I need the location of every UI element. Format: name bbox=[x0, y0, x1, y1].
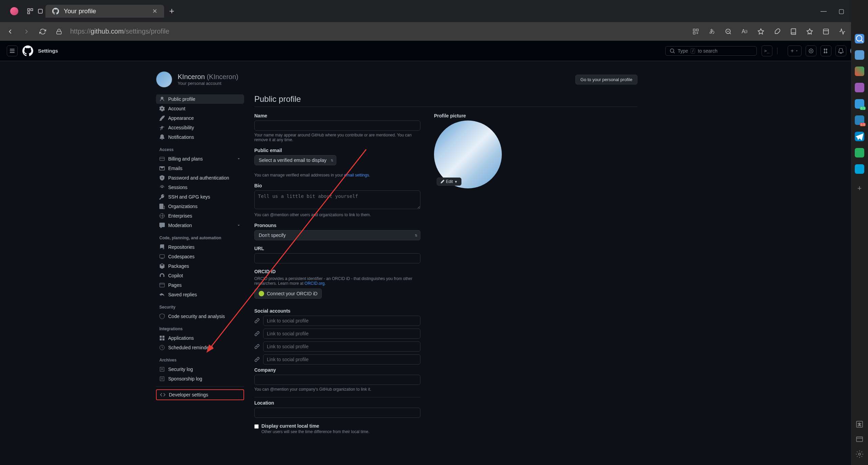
sidebar-app-6[interactable]: 0.5 bbox=[855, 115, 864, 125]
sidebar-item-applications[interactable]: Applications bbox=[156, 333, 244, 343]
sidebar-item-security-log[interactable]: Security log bbox=[156, 365, 244, 374]
browser-essentials-icon[interactable] bbox=[822, 26, 830, 37]
url-input[interactable] bbox=[254, 253, 420, 263]
sidebar-item-copilot[interactable]: Copilot bbox=[156, 271, 244, 280]
sidebar-app-2[interactable] bbox=[855, 50, 864, 60]
sidebar-item-enterprises[interactable]: Enterprises bbox=[156, 211, 244, 221]
sidebar-item-scheduled-reminders[interactable]: Scheduled reminders bbox=[156, 343, 244, 352]
notifications-button[interactable] bbox=[835, 45, 846, 56]
location-input[interactable] bbox=[254, 408, 420, 418]
accessibility-icon bbox=[159, 125, 165, 130]
social-input-1[interactable] bbox=[263, 316, 420, 326]
new-tab-button[interactable]: + bbox=[164, 6, 174, 16]
sidebar-item-emails[interactable]: Emails bbox=[156, 164, 244, 173]
sidebar-item-pages[interactable]: Pages bbox=[156, 280, 244, 290]
sidebar-item-notifications[interactable]: Notifications bbox=[156, 132, 244, 142]
extensions-icon[interactable] bbox=[691, 26, 700, 37]
sidebar-app-5[interactable]: 0.1 bbox=[855, 99, 864, 109]
svg-rect-0 bbox=[28, 8, 30, 11]
workspaces-icon[interactable] bbox=[25, 6, 35, 16]
company-input[interactable] bbox=[254, 375, 420, 385]
sidebar-item-repositories[interactable]: Repositories bbox=[156, 242, 244, 252]
sidebar-item-saved-replies[interactable]: Saved replies bbox=[156, 290, 244, 299]
back-button[interactable] bbox=[5, 26, 15, 37]
svg-text:文: 文 bbox=[858, 423, 861, 426]
sidebar-section-security: Security bbox=[156, 299, 244, 312]
social-input-2[interactable] bbox=[263, 329, 420, 339]
svg-marker-13 bbox=[758, 29, 764, 34]
translate-icon[interactable]: あ bbox=[708, 26, 716, 37]
site-info-icon[interactable] bbox=[54, 26, 64, 37]
sidebar-item-billing[interactable]: Billing and plans bbox=[156, 154, 244, 164]
svg-line-11 bbox=[730, 33, 731, 34]
sidebar-app-8[interactable] bbox=[855, 148, 864, 157]
tab-actions-icon[interactable] bbox=[35, 6, 45, 16]
sidebar-add-button[interactable]: + bbox=[857, 184, 862, 193]
zoom-icon[interactable] bbox=[724, 26, 733, 37]
sidebar-item-sessions[interactable]: Sessions bbox=[156, 183, 244, 192]
sidebar-item-codespaces[interactable]: Codespaces bbox=[156, 252, 244, 261]
section-title: Public profile bbox=[254, 94, 637, 107]
svg-rect-4 bbox=[57, 31, 61, 34]
sidebar-app-9[interactable] bbox=[855, 164, 864, 174]
profile-name: KInceron (KInceron) bbox=[178, 73, 238, 81]
edit-picture-button[interactable]: Edit ▼ bbox=[437, 178, 461, 186]
timezone-checkbox[interactable] bbox=[254, 424, 259, 429]
email-select[interactable]: Select a verified email to display bbox=[254, 155, 336, 165]
github-header: Settings Type / to search >_ + bbox=[0, 41, 868, 61]
command-palette-button[interactable]: >_ bbox=[762, 45, 772, 56]
sidebar-item-account[interactable]: Account bbox=[156, 104, 244, 113]
github-logo[interactable] bbox=[22, 45, 33, 56]
sidebar-item-code-security[interactable]: Code security and analysis bbox=[156, 312, 244, 321]
svg-rect-3 bbox=[38, 9, 42, 13]
sidebar-app-3[interactable] bbox=[855, 67, 864, 76]
bio-input[interactable] bbox=[254, 190, 420, 209]
menu-button[interactable] bbox=[7, 45, 18, 56]
sidebar-item-moderation[interactable]: Moderation bbox=[156, 221, 244, 230]
gear-icon bbox=[159, 106, 165, 111]
sidebar-item-packages[interactable]: Packages bbox=[156, 261, 244, 271]
link-icon bbox=[254, 318, 260, 323]
pronouns-select[interactable]: Don't specify bbox=[254, 230, 420, 240]
sidebar-item-password[interactable]: Password and authentication bbox=[156, 173, 244, 183]
maximize-button[interactable]: ▢ bbox=[839, 7, 844, 15]
create-new-button[interactable]: + bbox=[788, 45, 802, 56]
sidebar-app-4[interactable] bbox=[855, 83, 864, 92]
orcid-connect-button[interactable]: Connect your ORCID iD bbox=[254, 289, 322, 299]
sidebar-section-code: Code, planning, and automation bbox=[156, 230, 244, 242]
sidebar-item-public-profile[interactable]: Public profile bbox=[156, 94, 244, 104]
favorite-icon[interactable] bbox=[756, 26, 765, 37]
sidebar-item-appearance[interactable]: Appearance bbox=[156, 113, 244, 123]
favorites-bar-icon[interactable] bbox=[805, 26, 814, 37]
browser-tab[interactable]: Your profile ✕ bbox=[45, 5, 164, 18]
pull-requests-button[interactable] bbox=[821, 45, 831, 56]
search-input[interactable]: Type / to search bbox=[665, 46, 757, 56]
sidebar-app-7[interactable] bbox=[855, 132, 864, 141]
refresh-button[interactable] bbox=[38, 26, 48, 37]
issues-button[interactable] bbox=[806, 45, 816, 56]
minimize-button[interactable]: — bbox=[821, 7, 827, 15]
sidebar-app-1[interactable] bbox=[855, 34, 864, 43]
extension-icon[interactable] bbox=[773, 26, 782, 37]
sidebar-item-ssh[interactable]: SSH and GPG keys bbox=[156, 192, 244, 202]
sidebar-tool-1[interactable]: 文 bbox=[855, 420, 864, 428]
read-aloud-icon[interactable]: A)) bbox=[740, 26, 749, 37]
orcid-link[interactable]: ORCID.org bbox=[304, 281, 324, 286]
clock-icon bbox=[159, 345, 165, 350]
goto-profile-button[interactable]: Go to your personal profile bbox=[575, 75, 637, 85]
social-input-4[interactable] bbox=[263, 354, 420, 365]
sidebar-item-organizations[interactable]: Organizations bbox=[156, 202, 244, 211]
performance-icon[interactable] bbox=[838, 26, 847, 37]
sidebar-settings-icon[interactable] bbox=[855, 450, 864, 458]
sidebar-item-accessibility[interactable]: Accessibility bbox=[156, 123, 244, 132]
address-bar[interactable]: https://github.com/settings/profile bbox=[70, 27, 685, 35]
broadcast-icon bbox=[159, 185, 165, 190]
name-input[interactable] bbox=[254, 120, 420, 131]
sidebar-item-developer-settings[interactable]: Developer settings bbox=[156, 389, 244, 400]
social-input-3[interactable] bbox=[263, 341, 420, 352]
close-tab-icon[interactable]: ✕ bbox=[152, 7, 157, 15]
collections-icon[interactable] bbox=[789, 26, 798, 37]
sidebar-item-sponsorship-log[interactable]: Sponsorship log bbox=[156, 374, 244, 384]
email-settings-link[interactable]: email settings bbox=[344, 173, 369, 178]
sidebar-tool-2[interactable] bbox=[855, 435, 864, 443]
